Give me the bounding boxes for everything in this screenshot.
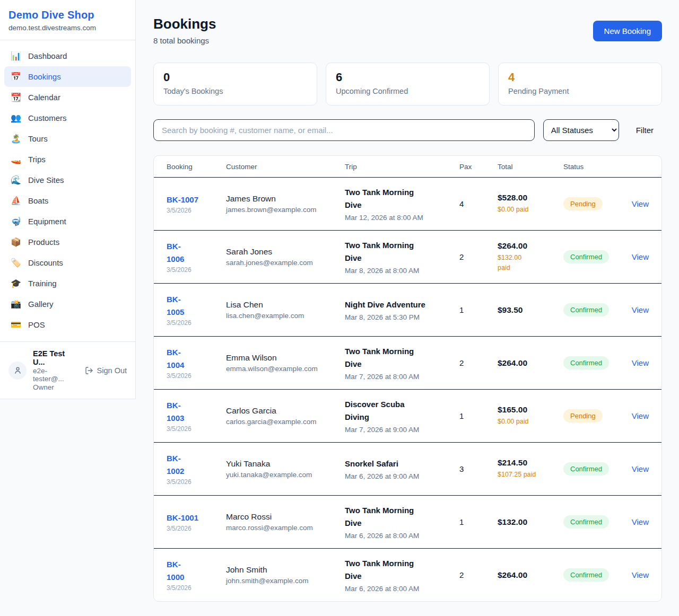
customer-email: marco.rossi@example.com: [226, 524, 345, 532]
customer-cell: Marco Rossi marco.rossi@example.com: [226, 512, 345, 532]
customer-email: sarah.jones@example.com: [226, 259, 345, 267]
sign-out-icon: [85, 366, 93, 375]
booking-cell: BK- 1003 3/5/2026: [167, 399, 226, 433]
user-email: e2e-tester@...: [33, 367, 79, 383]
status-badge: Confirmed: [563, 356, 609, 369]
pax-value: 4: [459, 199, 498, 208]
actions-cell: View: [629, 305, 649, 315]
sidebar-item-label: Bookings: [28, 72, 61, 81]
sidebar-item-label: Training: [28, 279, 57, 288]
status-cell: Confirmed: [563, 303, 629, 316]
table-header: Booking Customer Trip Pax Total Status: [154, 156, 661, 177]
sidebar-item-label: Discounts: [28, 258, 63, 267]
stats-row: 0 Today's Bookings 6 Upcoming Confirmed …: [153, 63, 662, 105]
trip-datetime: Mar 7, 2026 at 9:00 AM: [345, 426, 459, 434]
search-input[interactable]: [153, 119, 535, 141]
trip-name: Two Tank Morning Dive: [345, 345, 459, 371]
stat-label: Today's Bookings: [163, 87, 307, 95]
trip-cell: Snorkel Safari Mar 6, 2026 at 9:00 AM: [345, 457, 459, 480]
calendar-icon: 📆: [11, 92, 21, 102]
avatar: [8, 362, 27, 380]
view-link[interactable]: View: [632, 464, 649, 473]
sidebar-item-tours[interactable]: 🏝️ Tours: [4, 128, 131, 149]
user-role: Owner: [33, 383, 79, 391]
actions-cell: View: [629, 570, 649, 580]
booking-id-link[interactable]: BK-1007: [167, 193, 226, 206]
pax-value: 3: [459, 464, 498, 473]
sidebar-item-products[interactable]: 📦 Products: [4, 232, 131, 252]
booking-date: 3/5/2026: [167, 425, 226, 433]
status-badge: Confirmed: [563, 303, 609, 316]
view-link[interactable]: View: [632, 358, 649, 367]
booking-cell: BK- 1000 3/5/2026: [167, 558, 226, 592]
total-cell: $528.00 $0.00 paid: [498, 193, 563, 215]
sidebar-item-label: Calendar: [28, 93, 60, 102]
sidebar-item-label: Dashboard: [28, 51, 67, 60]
sidebar-item-discounts[interactable]: 🏷️ Discounts: [4, 252, 131, 273]
booking-id-link[interactable]: BK- 1003: [167, 399, 226, 424]
stat-card-pending-payment: 4 Pending Payment: [498, 63, 662, 105]
main-content: Bookings 8 total bookings New Booking 0 …: [136, 0, 679, 602]
total-amount: $214.50: [498, 458, 563, 468]
table-row: BK- 1000 3/5/2026 John Smith john.smith@…: [154, 548, 661, 601]
sidebar-item-trips[interactable]: 🚤 Trips: [4, 149, 131, 170]
booking-cell: BK- 1002 3/5/2026: [167, 452, 226, 486]
booking-id-link[interactable]: BK- 1000: [167, 558, 226, 583]
sign-out-button[interactable]: Sign Out: [85, 366, 127, 375]
sidebar-item-equipment[interactable]: 🤿 Equipment: [4, 211, 131, 232]
sidebar-item-training[interactable]: 🎓 Training: [4, 273, 131, 294]
sidebar-item-customers[interactable]: 👥 Customers: [4, 108, 131, 128]
sidebar-item-label: Trips: [28, 155, 46, 164]
sidebar-item-pos[interactable]: 💳 POS: [4, 314, 131, 335]
filter-controls: All Statuses Filter: [153, 119, 662, 141]
filter-button[interactable]: Filter: [636, 126, 654, 135]
booking-date: 3/5/2026: [167, 207, 226, 214]
view-link[interactable]: View: [632, 570, 649, 579]
bar-chart-icon: 📊: [11, 51, 21, 61]
view-link[interactable]: View: [632, 199, 649, 208]
pax-value: 2: [459, 252, 498, 261]
sidebar-item-label: Products: [28, 237, 59, 247]
page-header: Bookings 8 total bookings New Booking: [153, 16, 662, 45]
actions-cell: View: [629, 252, 649, 262]
view-link[interactable]: View: [632, 305, 649, 314]
booking-id-link[interactable]: BK- 1006: [167, 240, 226, 265]
speedboat-icon: 🚤: [11, 154, 21, 164]
page-title: Bookings: [153, 16, 216, 32]
booking-id-link[interactable]: BK- 1002: [167, 452, 226, 477]
trip-datetime: Mar 8, 2026 at 8:00 AM: [345, 267, 459, 275]
booking-id-link[interactable]: BK- 1004: [167, 346, 226, 371]
status-filter-select[interactable]: All Statuses: [543, 119, 619, 141]
table-row: BK-1007 3/5/2026 James Brown james.brown…: [154, 177, 661, 230]
customer-email: lisa.chen@example.com: [226, 312, 345, 320]
stat-value: 6: [336, 71, 480, 84]
brand-block: Demo Dive Shop demo.test.divestreams.com: [0, 0, 135, 40]
customer-name: Yuki Tanaka: [226, 459, 345, 469]
view-link[interactable]: View: [632, 411, 649, 420]
new-booking-button[interactable]: New Booking: [593, 21, 662, 41]
trip-name: Night Dive Adventure: [345, 298, 459, 311]
sidebar-item-dashboard[interactable]: 📊 Dashboard: [4, 46, 131, 66]
customer-name: Sarah Jones: [226, 247, 345, 257]
sidebar-item-bookings[interactable]: 📅 Bookings: [4, 66, 131, 87]
graduation-cap-icon: 🎓: [11, 278, 21, 288]
sidebar-item-boats[interactable]: ⛵ Boats: [4, 190, 131, 211]
customer-name: Marco Rossi: [226, 512, 345, 522]
sidebar-item-gallery[interactable]: 📸 Gallery: [4, 294, 131, 314]
credit-card-icon: 💳: [11, 320, 21, 330]
total-cell: $264.00 $132.00 paid: [498, 241, 563, 273]
trip-cell: Two Tank Morning Dive Mar 7, 2026 at 8:0…: [345, 345, 459, 381]
pax-value: 2: [459, 358, 498, 367]
customer-email: john.smith@example.com: [226, 577, 345, 585]
view-link[interactable]: View: [632, 517, 649, 526]
customer-name: James Brown: [226, 194, 345, 204]
trip-cell: Two Tank Morning Dive Mar 12, 2026 at 8:…: [345, 186, 459, 222]
view-link[interactable]: View: [632, 252, 649, 261]
booking-id-link[interactable]: BK-1001: [167, 512, 226, 524]
booking-id-link[interactable]: BK- 1005: [167, 293, 226, 318]
paid-amount: $0.00 paid: [498, 205, 563, 215]
paid-amount: $107.25 paid: [498, 470, 563, 480]
sidebar-item-calendar[interactable]: 📆 Calendar: [4, 87, 131, 108]
trip-datetime: Mar 6, 2026 at 8:00 AM: [345, 585, 459, 593]
sidebar-item-dive-sites[interactable]: 🌊 Dive Sites: [4, 170, 131, 190]
